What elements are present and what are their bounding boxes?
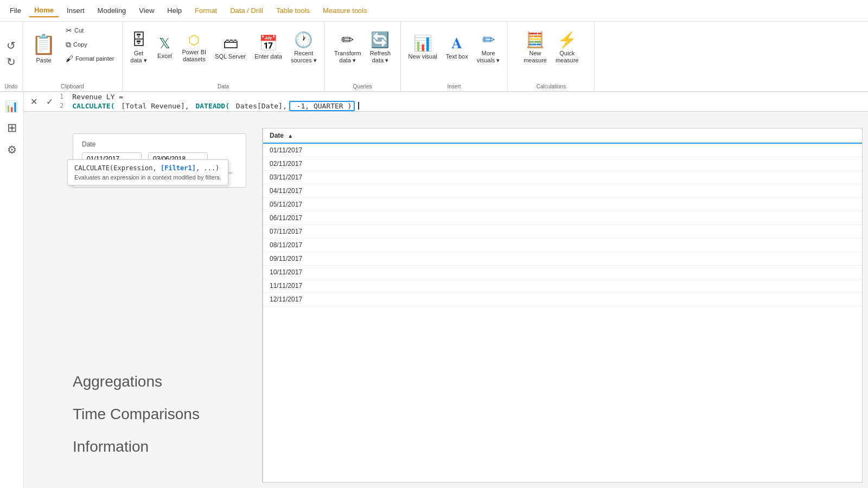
paste-icon: 📋 bbox=[31, 33, 56, 56]
aggregations-text: Aggregations bbox=[73, 373, 162, 390]
table-row[interactable]: 04/11/2017 bbox=[263, 184, 862, 198]
table-row[interactable]: 10/11/2017 bbox=[263, 266, 862, 279]
cut-button[interactable]: ✂ Cut bbox=[62, 24, 118, 37]
table-header-date[interactable]: Date ▲ bbox=[263, 129, 862, 143]
table-row[interactable]: 09/11/2017 bbox=[263, 252, 862, 266]
menu-help[interactable]: Help bbox=[162, 4, 187, 17]
text-box-button[interactable]: 𝐀 Text box bbox=[443, 24, 471, 73]
table-cell-date: 10/11/2017 bbox=[263, 266, 862, 279]
table-body: 01/11/201702/11/201703/11/201704/11/2017… bbox=[263, 143, 862, 306]
data-inner: 🗄 Getdata ▾ 𝕏 Excel ⬡ Power BIdatasets 🗃… bbox=[127, 24, 320, 84]
table-row[interactable]: 12/11/2017 bbox=[263, 293, 862, 306]
sql-icon: 🗃 bbox=[223, 36, 238, 51]
aggregations-label: Aggregations bbox=[73, 373, 162, 390]
table-cell-date: 05/11/2017 bbox=[263, 198, 862, 211]
recent-sources-icon: 🕐 bbox=[294, 33, 313, 48]
insert-label: Insert bbox=[447, 84, 461, 91]
transform-label: Transformdata ▾ bbox=[334, 50, 361, 64]
refresh-button[interactable]: 🔄 Refreshdata ▾ bbox=[367, 24, 394, 73]
menu-home[interactable]: Home bbox=[29, 4, 59, 17]
undo-button[interactable]: ↺ bbox=[4, 38, 18, 53]
formula-check-button[interactable]: ✓ bbox=[44, 95, 55, 108]
menu-view[interactable]: View bbox=[133, 4, 159, 17]
get-data-icon: 🗄 bbox=[131, 33, 146, 48]
format-painter-icon: 🖌 bbox=[66, 54, 73, 63]
table-row[interactable]: 08/11/2017 bbox=[263, 239, 862, 252]
sidebar-chart-icon[interactable]: 📊 bbox=[2, 97, 22, 116]
menu-format[interactable]: Format bbox=[189, 4, 222, 17]
cut-icon: ✂ bbox=[66, 26, 72, 35]
information-label: Information bbox=[73, 438, 149, 455]
tooltip-description: Evaluates an expression in a context mod… bbox=[74, 174, 221, 181]
copy-label: Copy bbox=[73, 41, 87, 48]
time-comparisons-text: Time Comparisons bbox=[73, 406, 200, 422]
menu-modeling[interactable]: Modeling bbox=[92, 4, 132, 17]
powerbi-icon: ⬡ bbox=[188, 34, 200, 47]
line-num-2: 2 bbox=[60, 102, 63, 110]
copy-button[interactable]: ⧉ Copy bbox=[62, 38, 118, 51]
table-row[interactable]: 01/11/2017 bbox=[263, 143, 862, 157]
format-painter-label: Format painter bbox=[75, 55, 114, 62]
tooltip-signature: CALCULATE(Expression, [Filter1], ...) bbox=[74, 164, 221, 172]
enter-data-icon: 📅 bbox=[259, 36, 278, 51]
formula-highlighted: -1, QUARTER ) bbox=[289, 101, 355, 111]
formula-calculate: CALCULATE( bbox=[72, 102, 114, 110]
refresh-icon: 🔄 bbox=[371, 33, 390, 48]
menu-table-tools[interactable]: Table tools bbox=[271, 4, 315, 17]
new-measure-label: Newmeasure bbox=[524, 50, 547, 64]
table-row[interactable]: 03/11/2017 bbox=[263, 171, 862, 184]
copy-icon: ⧉ bbox=[66, 40, 71, 49]
autocomplete-tooltip: CALCULATE(Expression, [Filter1], ...) Ev… bbox=[67, 159, 228, 185]
paste-button[interactable]: 📋 Paste bbox=[27, 24, 60, 73]
more-visuals-icon: ✏ bbox=[482, 33, 495, 48]
format-painter-button[interactable]: 🖌 Format painter bbox=[62, 52, 118, 65]
time-comparisons-label: Time Comparisons bbox=[73, 406, 200, 423]
date-filter-label: Date bbox=[82, 140, 237, 148]
powerbi-button[interactable]: ⬡ Power BIdatasets bbox=[179, 24, 210, 73]
new-measure-button[interactable]: 🧮 Newmeasure bbox=[520, 24, 550, 73]
data-label: Data bbox=[218, 84, 229, 91]
more-visuals-button[interactable]: ✏ Morevisuals ▾ bbox=[474, 24, 503, 73]
sidebar-table-icon[interactable]: ⊞ bbox=[2, 118, 22, 138]
formula-bar: ✕ ✓ 1 Revenue LY = 2 CALCULATE( [Total R… bbox=[24, 92, 868, 112]
undo-buttons: ↺ ↻ bbox=[4, 24, 18, 84]
menu-insert[interactable]: Insert bbox=[61, 4, 90, 17]
menu-measure-tools[interactable]: Measure tools bbox=[317, 4, 373, 17]
table-row[interactable]: 07/11/2017 bbox=[263, 225, 862, 239]
data-table: Date ▲ 01/11/201702/11/201703/11/201704/… bbox=[263, 129, 862, 306]
sql-button[interactable]: 🗃 SQL Server bbox=[212, 24, 249, 73]
text-box-label: Text box bbox=[446, 53, 468, 60]
table-row[interactable]: 11/11/2017 bbox=[263, 279, 862, 293]
cut-label: Cut bbox=[74, 27, 84, 34]
quick-measure-button[interactable]: ⚡ Quickmeasure bbox=[552, 24, 582, 73]
recent-sources-button[interactable]: 🕐 Recentsources ▾ bbox=[288, 24, 320, 73]
menu-file[interactable]: File bbox=[4, 4, 27, 17]
transform-button[interactable]: ✏ Transformdata ▾ bbox=[331, 24, 365, 73]
recent-sources-label: Recentsources ▾ bbox=[291, 50, 317, 64]
table-row[interactable]: 06/11/2017 bbox=[263, 211, 862, 225]
undo-section: ↺ ↻ Undo bbox=[0, 22, 23, 91]
table-row[interactable]: 05/11/2017 bbox=[263, 198, 862, 211]
table-row[interactable]: 02/11/2017 bbox=[263, 157, 862, 171]
information-text: Information bbox=[73, 438, 149, 455]
excel-button[interactable]: 𝕏 Excel bbox=[153, 24, 177, 73]
data-table-container[interactable]: Date ▲ 01/11/201702/11/201703/11/201704/… bbox=[263, 128, 863, 483]
sort-asc-icon: ▲ bbox=[288, 133, 293, 139]
left-sidebar: 📊 ⊞ ⚙ bbox=[0, 92, 24, 488]
formula-dates: Dates[Date], bbox=[232, 102, 287, 110]
formula-bracket1: [Total Revenue], bbox=[117, 102, 194, 110]
queries-group: ✏ Transformdata ▾ 🔄 Refreshdata ▾ Querie… bbox=[325, 22, 401, 91]
undo-label: Undo bbox=[5, 84, 18, 91]
formula-close-button[interactable]: ✕ bbox=[28, 95, 40, 108]
tooltip-filter: [Filter1] bbox=[161, 164, 196, 172]
sidebar-model-icon[interactable]: ⚙ bbox=[2, 140, 22, 159]
enter-data-button[interactable]: 📅 Enter data bbox=[251, 24, 285, 73]
menu-bar: File Home Insert Modeling View Help Form… bbox=[0, 0, 868, 22]
table-cell-date: 02/11/2017 bbox=[263, 157, 862, 171]
menu-data-drill[interactable]: Data / Drill bbox=[225, 4, 269, 17]
get-data-button[interactable]: 🗄 Getdata ▾ bbox=[127, 24, 151, 73]
new-visual-button[interactable]: 📊 New visual bbox=[405, 24, 441, 73]
formula-row-1: 1 Revenue LY = bbox=[60, 93, 864, 101]
redo-button[interactable]: ↻ bbox=[4, 54, 18, 69]
formula-editor[interactable]: 1 Revenue LY = 2 CALCULATE( [Total Reven… bbox=[60, 93, 864, 111]
